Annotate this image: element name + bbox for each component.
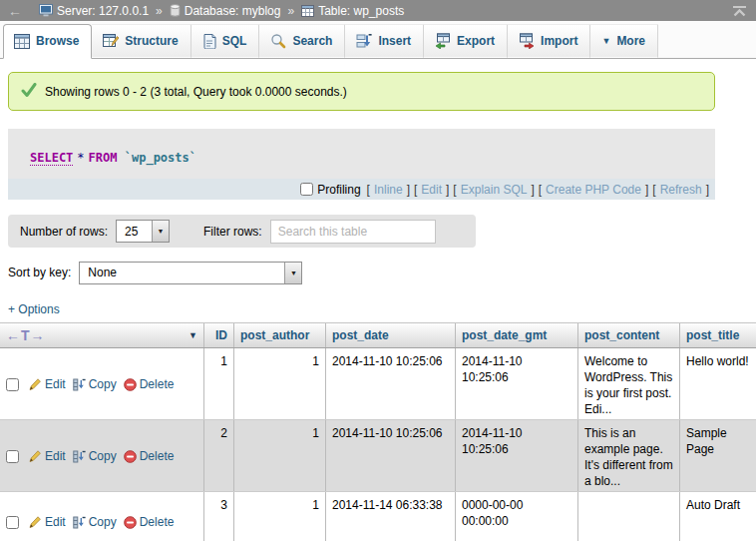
- copy-label: Copy: [89, 448, 117, 464]
- breadcrumb-table[interactable]: Table: wp_posts: [301, 4, 404, 18]
- copy-row-link[interactable]: Copy: [73, 376, 117, 392]
- tab-import-label: Import: [541, 34, 577, 48]
- row-actions: Edit Copy Delete: [0, 348, 204, 419]
- back-arrow-icon[interactable]: ←: [8, 4, 22, 18]
- cell-post-date: 2014-11-10 10:25:06: [326, 348, 456, 419]
- cell-post-date-gmt: 2014-11-10 10:25:06: [456, 420, 578, 491]
- column-header-id[interactable]: ID: [204, 323, 234, 347]
- table-row: Edit Copy Delete 2 1 2014-11-10 10:25:06…: [0, 420, 756, 492]
- cell-post-content: This is an example page. It's different …: [578, 420, 680, 491]
- collapse-icon[interactable]: [732, 5, 748, 17]
- inline-link[interactable]: Inline: [374, 183, 403, 197]
- tab-bar: Browse Structure SQL Search Insert: [0, 21, 756, 59]
- filter-rows-label: Filter rows:: [203, 225, 262, 239]
- column-header-post-date-gmt[interactable]: post_date_gmt: [456, 323, 578, 347]
- structure-icon: [103, 33, 119, 48]
- explain-sql-link[interactable]: Explain SQL: [461, 183, 528, 197]
- column-header-post-title[interactable]: post_title: [680, 323, 756, 347]
- delete-row-link[interactable]: Delete: [124, 514, 175, 530]
- edit-label: Edit: [45, 376, 66, 392]
- copy-label: Copy: [89, 514, 117, 530]
- edit-row-link[interactable]: Edit: [28, 448, 66, 464]
- cell-post-author: 1: [234, 492, 326, 541]
- filter-rows-input[interactable]: [270, 220, 436, 244]
- copy-icon: [73, 378, 86, 391]
- edit-query-link[interactable]: Edit: [421, 183, 442, 197]
- create-php-code-link[interactable]: Create PHP Code: [546, 183, 641, 197]
- sql-table-identifier: `wp_posts`: [125, 151, 196, 165]
- number-of-rows-select[interactable]: 25 ▼: [116, 220, 170, 243]
- bracket: [: [414, 183, 417, 197]
- breadcrumb-server[interactable]: Server: 127.0.0.1: [39, 4, 149, 18]
- delete-label: Delete: [140, 376, 175, 392]
- refresh-link[interactable]: Refresh: [660, 183, 702, 197]
- table-header-row: ←T→ ▼ ID post_author post_date post_date…: [0, 322, 756, 348]
- phpmyadmin-page: ← Server: 127.0.0.1 » Database: myblog »…: [0, 0, 756, 541]
- success-message: Showing rows 0 - 2 (3 total, Query took …: [8, 72, 715, 111]
- query-box: SELECT*FROM `wp_posts` Profiling [Inline…: [8, 129, 715, 200]
- copy-row-link[interactable]: Copy: [73, 514, 117, 530]
- breadcrumb-database-label: Database: myblog: [185, 4, 281, 18]
- cell-post-content: Welcome to WordPress. This is your first…: [578, 348, 680, 419]
- tab-sql-label: SQL: [222, 34, 247, 48]
- table-icon: [301, 5, 314, 17]
- breadcrumb-database[interactable]: Database: myblog: [170, 4, 281, 18]
- breadcrumb-separator: »: [287, 4, 294, 18]
- row-actions: Edit Copy Delete: [0, 492, 204, 541]
- sql-star: *: [77, 151, 84, 165]
- sort-by-key-value: None: [80, 263, 284, 283]
- cell-post-content: [578, 492, 680, 541]
- bracket: ]: [446, 183, 449, 197]
- bracket: [: [367, 183, 370, 197]
- delete-icon: [124, 516, 137, 529]
- options-toggle[interactable]: + Options: [8, 302, 60, 316]
- row-checkbox[interactable]: [6, 516, 19, 529]
- edit-label: Edit: [45, 514, 66, 530]
- tab-more-label: More: [616, 34, 645, 48]
- tab-structure[interactable]: Structure: [92, 24, 190, 58]
- tab-sql[interactable]: SQL: [191, 24, 260, 58]
- tab-more[interactable]: ▼ More: [590, 24, 658, 58]
- edit-row-link[interactable]: Edit: [28, 376, 66, 392]
- pencil-icon: [28, 515, 42, 529]
- row-checkbox[interactable]: [6, 378, 19, 391]
- sort-options-icon[interactable]: ▼: [189, 330, 197, 340]
- sort-by-key-select[interactable]: None ▼: [79, 262, 302, 284]
- profiling-checkbox[interactable]: [300, 183, 313, 196]
- copy-icon: [73, 516, 86, 529]
- copy-label: Copy: [89, 376, 117, 392]
- export-icon: [435, 33, 451, 49]
- delete-row-link[interactable]: Delete: [124, 448, 175, 464]
- column-header-post-author[interactable]: post_author: [234, 323, 326, 347]
- check-icon: [21, 83, 37, 100]
- tab-search-label: Search: [292, 34, 332, 48]
- column-header-post-date[interactable]: post_date: [326, 323, 456, 347]
- query-toolbar: Profiling [Inline] [Edit] [Explain SQL] …: [8, 179, 715, 200]
- tab-structure-label: Structure: [125, 34, 178, 48]
- bracket: ]: [645, 183, 648, 197]
- tab-export[interactable]: Export: [424, 24, 508, 58]
- cell-id: 1: [204, 348, 234, 419]
- column-marker-icon[interactable]: ←T→: [6, 327, 46, 343]
- copy-row-link[interactable]: Copy: [73, 448, 117, 464]
- bracket: [: [652, 183, 655, 197]
- column-header-post-content[interactable]: post_content: [578, 323, 680, 347]
- sql-keyword-from: FROM: [89, 151, 118, 165]
- delete-row-link[interactable]: Delete: [124, 376, 175, 392]
- results-table: ←T→ ▼ ID post_author post_date post_date…: [0, 322, 756, 541]
- row-checkbox[interactable]: [6, 450, 19, 463]
- bracket: ]: [407, 183, 410, 197]
- chevron-down-icon: ▼: [601, 36, 610, 46]
- row-actions: Edit Copy Delete: [0, 420, 204, 491]
- breadcrumb: ← Server: 127.0.0.1 » Database: myblog »…: [0, 0, 756, 21]
- tab-search[interactable]: Search: [259, 24, 345, 58]
- import-icon: [519, 33, 535, 49]
- sort-by-key-row: Sort by key: None ▼: [8, 260, 756, 285]
- edit-row-link[interactable]: Edit: [28, 514, 66, 530]
- delete-label: Delete: [140, 514, 175, 530]
- delete-icon: [124, 378, 137, 391]
- tab-import[interactable]: Import: [508, 24, 590, 58]
- pencil-icon: [28, 449, 42, 463]
- tab-browse[interactable]: Browse: [3, 24, 92, 59]
- tab-insert[interactable]: Insert: [345, 24, 424, 58]
